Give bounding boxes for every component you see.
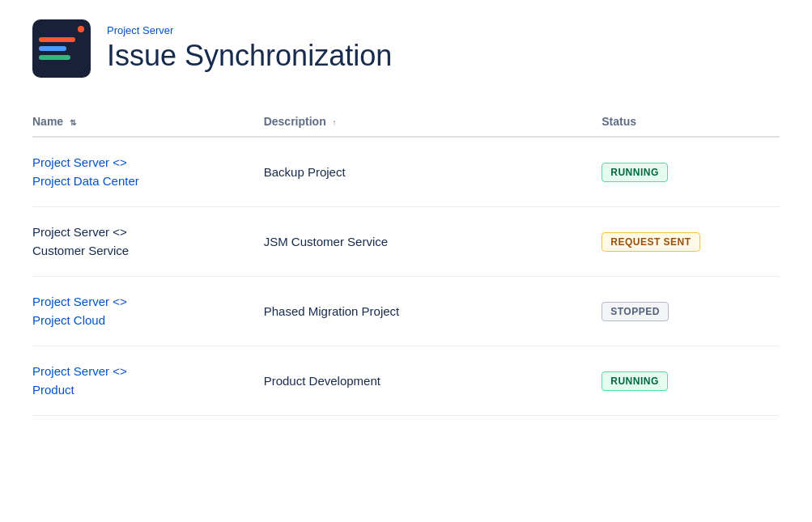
header: Project Server Issue Synchronization bbox=[32, 19, 780, 78]
status-cell-2: STOPPED bbox=[602, 277, 780, 346]
icon-bar-red bbox=[39, 37, 75, 42]
status-cell-0: RUNNING bbox=[602, 137, 780, 207]
name-cell-0[interactable]: Project Server <>Project Data Center bbox=[32, 137, 264, 207]
table-header-row: Name ⇅ Description ↑ Status bbox=[32, 107, 780, 137]
table-row: Project Server <>Project CloudPhased Mig… bbox=[32, 277, 780, 346]
name-cell-1: Project Server <>Customer Service bbox=[32, 207, 264, 277]
table-row: Project Server <>Project Data CenterBack… bbox=[32, 137, 780, 207]
description-cell-2: Phased Migration Project bbox=[264, 277, 602, 346]
header-text: Project Server Issue Synchronization bbox=[107, 24, 392, 73]
app-icon bbox=[32, 19, 91, 78]
status-cell-1: REQUEST SENT bbox=[602, 207, 780, 277]
column-header-description[interactable]: Description ↑ bbox=[264, 107, 602, 137]
icon-bar-green bbox=[39, 55, 70, 60]
app-label: Project Server bbox=[107, 24, 392, 36]
column-header-status: Status bbox=[602, 107, 780, 137]
description-cell-0: Backup Project bbox=[264, 137, 602, 207]
icon-bar-blue bbox=[39, 46, 66, 51]
status-cell-3: RUNNING bbox=[602, 346, 780, 416]
status-badge-1: REQUEST SENT bbox=[602, 232, 699, 252]
name-cell-3[interactable]: Project Server <>Product bbox=[32, 346, 264, 416]
page-title: Issue Synchronization bbox=[107, 38, 392, 73]
sync-table: Name ⇅ Description ↑ Status Project Serv… bbox=[32, 107, 780, 416]
table-row: Project Server <>Customer ServiceJSM Cus… bbox=[32, 207, 780, 277]
description-sort-icon: ↑ bbox=[333, 118, 337, 127]
page-container: Project Server Issue Synchronization Nam… bbox=[0, 0, 812, 448]
table-row: Project Server <>ProductProduct Developm… bbox=[32, 346, 780, 416]
app-icon-inner bbox=[32, 31, 91, 66]
description-cell-1: JSM Customer Service bbox=[264, 207, 602, 277]
name-sort-icon: ⇅ bbox=[70, 118, 76, 127]
status-badge-0: RUNNING bbox=[602, 163, 668, 182]
status-badge-3: RUNNING bbox=[602, 371, 668, 391]
status-badge-2: STOPPED bbox=[602, 302, 669, 321]
icon-red-dot bbox=[78, 26, 84, 32]
column-header-name[interactable]: Name ⇅ bbox=[32, 107, 264, 137]
name-cell-2[interactable]: Project Server <>Project Cloud bbox=[32, 277, 264, 346]
description-cell-3: Product Development bbox=[264, 346, 602, 416]
